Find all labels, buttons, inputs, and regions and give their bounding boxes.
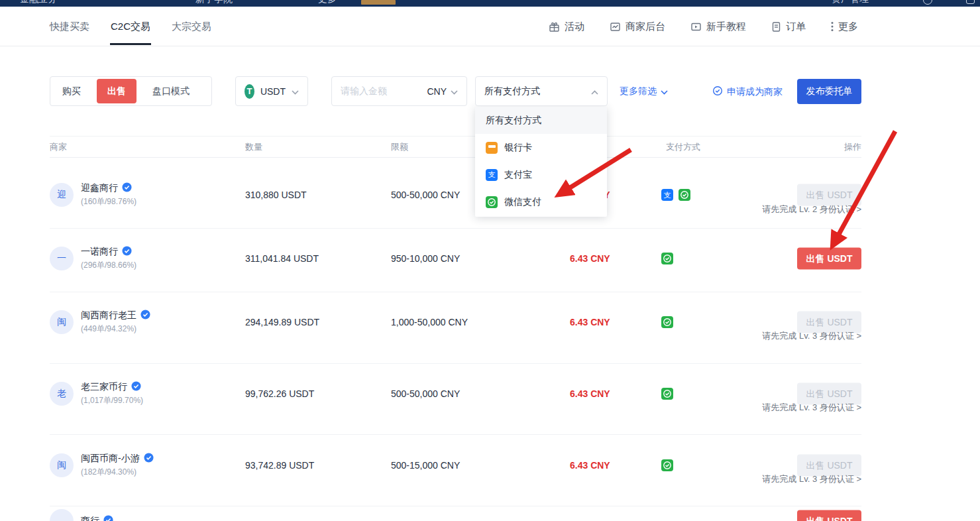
kyc-hint-link[interactable]: 请先完成 Lv. 3 身份认证 >	[762, 402, 861, 414]
menu-item-more[interactable]: 更多	[831, 21, 858, 33]
chevron-up-icon	[591, 86, 598, 97]
kyc-hint-link[interactable]: 请先完成 Lv. 3 身份认证 >	[762, 473, 861, 485]
header-amount: 数量	[245, 141, 262, 153]
merchant-name: 一诺商行	[81, 246, 118, 258]
table-row: 一 一诺商行 (296单/98.66%) 311,041.84 USDT 950…	[50, 229, 861, 292]
table-row: 迎 迎鑫商行 (160单/98.76%) 310,880 USDT 500-50…	[50, 158, 861, 229]
menu-item-activity[interactable]: 活动	[549, 21, 584, 33]
price-cell: 6.43 CNY	[570, 460, 610, 471]
apply-merchant-label: 申请成为商家	[727, 86, 783, 98]
amount-input[interactable]: 请输入金额	[341, 86, 427, 97]
amount-cell: 93,742.89 USDT	[245, 460, 314, 471]
merchant-name: 闽西币商-小游	[81, 453, 140, 465]
orderbook-mode-button[interactable]: 盘口模式	[140, 77, 201, 105]
menu-item-tutorial[interactable]: 新手教程	[690, 21, 746, 33]
option-all-payment-methods[interactable]: 所有支付方式	[475, 107, 607, 134]
currency-select-value[interactable]: CNY	[427, 86, 447, 97]
menu-label: 更多	[838, 21, 858, 33]
sell-usdt-button[interactable]: 出售 USDT	[797, 248, 861, 270]
merchant-avatar: 闽	[50, 453, 74, 477]
amount-cell: 294,149.89 USDT	[245, 317, 319, 327]
coin-select[interactable]: T USDT	[235, 76, 308, 106]
wechat-pay-icon	[661, 316, 673, 328]
amount-cell: 311,041.84 USDT	[245, 253, 319, 264]
header-action: 操作	[844, 141, 861, 153]
table-row: 闽 闽西商行老王 (449单/94.32%) 294,149.89 USDT 1…	[50, 292, 861, 364]
merchant-stats: (449单/94.32%)	[81, 323, 150, 335]
wechat-pay-icon	[661, 253, 673, 264]
table-row: 闽 闽西币商-小游 (182单/94.30%) 93,742.89 USDT 5…	[50, 435, 861, 506]
apply-merchant-link[interactable]: 申请成为商家	[712, 86, 783, 98]
menu-item-merchant-dashboard[interactable]: 商家后台	[610, 21, 665, 33]
kyc-hint-link[interactable]: 请先完成 Lv. 2 身份认证 >	[762, 203, 861, 215]
topbar-item-more[interactable]: 更多	[318, 0, 337, 5]
payment-method-select[interactable]: 所有支付方式	[475, 76, 608, 106]
merchant-info[interactable]: 商行	[81, 515, 113, 521]
option-alipay[interactable]: 支 支付宝	[475, 161, 607, 188]
topbar-item-finance[interactable]: 金融业务	[20, 0, 57, 5]
more-filters-link[interactable]: 更多筛选	[620, 86, 668, 97]
verified-badge-icon	[122, 182, 132, 194]
menu-label: 订单	[786, 21, 806, 33]
video-tutorial-icon	[690, 21, 702, 32]
limit-cell: 1,000-50,000 CNY	[391, 317, 468, 327]
limit-cell: 500-50,000 CNY	[391, 388, 460, 399]
merchant-avatar: 迎	[50, 183, 74, 207]
tab-express-trade[interactable]: 快捷买卖	[50, 7, 89, 46]
publish-order-button[interactable]: 发布委托单	[797, 79, 861, 104]
kyc-hint-link[interactable]: 请先完成 Lv. 3 身份认证 >	[762, 330, 861, 342]
amount-cell: 99,762.26 USDT	[245, 388, 314, 399]
sell-button[interactable]: 出售	[97, 79, 136, 103]
limit-cell: 950-10,000 CNY	[391, 253, 460, 264]
payment-method-dropdown: 所有支付方式 银行卡 支 支付宝 微信支付	[475, 107, 607, 217]
top-navbar: 金融业务 新手学院 更多 资产管理	[0, 0, 980, 7]
sell-usdt-button[interactable]: 出售 USDT	[797, 510, 861, 521]
merchant-name: 商行	[81, 515, 99, 521]
more-dots-icon	[831, 21, 834, 32]
merchant-stats: (160单/98.76%)	[81, 196, 136, 207]
table-row: 老 老三家币行 (1,017单/99.70%) 99,762.26 USDT 5…	[50, 364, 861, 435]
payment-icons	[661, 316, 673, 328]
tab-c2c-trade[interactable]: C2C交易	[111, 7, 150, 46]
header-payment: 支付方式	[666, 141, 700, 153]
price-cell: 6.43 CNY	[570, 253, 610, 264]
table-header: 商家 数量 限额 支付方式 操作	[50, 136, 861, 158]
download-app-icon[interactable]	[966, 0, 975, 4]
gift-icon	[549, 21, 560, 32]
payment-icons	[661, 253, 673, 264]
chevron-down-icon	[661, 86, 668, 97]
amount-filter: 请输入金额 CNY	[331, 76, 467, 106]
merchant-dashboard-icon	[610, 21, 621, 32]
option-label: 微信支付	[504, 196, 541, 208]
menu-item-orders[interactable]: 订单	[771, 21, 806, 33]
payment-select-value: 所有支付方式	[484, 86, 591, 97]
user-avatar-icon[interactable]	[923, 0, 932, 5]
payment-icons	[661, 459, 673, 471]
option-bank-card[interactable]: 银行卡	[475, 134, 607, 161]
sell-usdt-button[interactable]: 出售 USDT	[797, 184, 861, 206]
merchant-avatar: 老	[50, 382, 74, 406]
merchant-name: 老三家币行	[81, 381, 127, 393]
merchant-info[interactable]: 一诺商行 (296单/98.66%)	[81, 246, 136, 271]
table-row: 商行 出售 USDT	[50, 506, 861, 521]
trade-side-switcher: 购买 出售 盘口模式	[50, 76, 212, 106]
topbar-item-assets[interactable]: 资产管理	[832, 0, 869, 5]
verified-badge-icon	[131, 381, 141, 393]
chevron-down-icon	[292, 86, 299, 97]
merchant-info[interactable]: 迎鑫商行 (160单/98.76%)	[81, 182, 136, 207]
topbar-item-academy[interactable]: 新手学院	[195, 0, 233, 5]
tab-block-trade[interactable]: 大宗交易	[172, 7, 211, 46]
verified-badge-icon	[144, 453, 154, 465]
merchant-info[interactable]: 老三家币行 (1,017单/99.70%)	[81, 381, 143, 406]
topbar-promo-badge	[361, 0, 396, 5]
verified-badge-icon	[122, 246, 132, 258]
merchant-stats: (296单/98.66%)	[81, 260, 136, 271]
merchant-info[interactable]: 闽西币商-小游 (182单/94.30%)	[81, 453, 154, 478]
buy-button[interactable]: 购买	[50, 77, 93, 105]
merchant-stats: (182单/94.30%)	[81, 467, 154, 478]
wechat-pay-icon	[679, 189, 690, 201]
merchant-info[interactable]: 闽西商行老王 (449单/94.32%)	[81, 310, 150, 335]
menu-label: 商家后台	[626, 21, 665, 33]
option-wechat-pay[interactable]: 微信支付	[475, 188, 607, 215]
order-doc-icon	[771, 21, 781, 32]
